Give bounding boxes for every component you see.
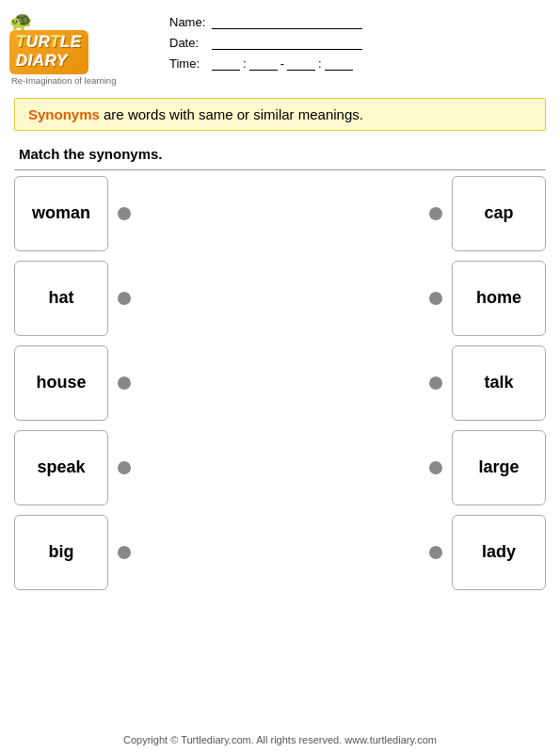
time-seg-4[interactable] — [325, 56, 353, 71]
word-card-hat: hat — [14, 261, 108, 336]
name-input-line[interactable] — [212, 14, 362, 29]
right-group-5: lady — [429, 515, 546, 590]
word-house: house — [36, 373, 86, 393]
time-seg-3[interactable] — [287, 56, 315, 71]
dot-left-3[interactable] — [118, 376, 131, 390]
logo-tagline: Re-Imagination of learning — [9, 75, 116, 86]
dot-right-5[interactable] — [429, 546, 442, 559]
name-fields: Name: Date: Time: : - : — [141, 9, 541, 71]
dot-right-1[interactable] — [429, 207, 442, 220]
word-card-woman: woman — [14, 176, 108, 251]
right-group-4: large — [429, 430, 546, 505]
match-row-3: house talk — [14, 345, 546, 421]
word-talk: talk — [484, 373, 513, 393]
word-large: large — [478, 457, 519, 477]
time-label: Time: — [169, 56, 212, 71]
date-row: Date: — [169, 35, 541, 50]
left-group-5: big — [14, 515, 131, 590]
match-row-2: hat home — [14, 261, 546, 336]
word-card-big: big — [14, 515, 108, 590]
divider — [14, 169, 546, 170]
left-group-4: speak — [14, 430, 131, 505]
right-group-2: home — [429, 261, 546, 336]
banner-text: are words with same or similar meanings. — [104, 106, 363, 122]
synonym-banner: Synonyms are words with same or similar … — [14, 98, 546, 131]
word-card-talk: talk — [452, 345, 546, 421]
match-row-4: speak large — [14, 430, 546, 505]
dot-right-4[interactable] — [429, 461, 442, 474]
match-row-5: big lady — [14, 515, 546, 590]
word-lady: lady — [482, 542, 516, 562]
turtle-icon: 🐢 — [9, 9, 33, 32]
right-group-3: talk — [429, 345, 546, 421]
dot-left-2[interactable] — [118, 292, 131, 305]
logo-badge: TURTLEDIARY — [9, 30, 88, 74]
right-group-1: cap — [429, 176, 546, 251]
footer-text: Copyright © Turtlediary.com. All rights … — [0, 734, 560, 745]
time-seg-1[interactable] — [212, 56, 240, 71]
word-card-house: house — [14, 345, 108, 421]
name-row: Name: — [169, 14, 541, 29]
word-card-large: large — [452, 430, 546, 505]
dot-left-5[interactable] — [118, 546, 131, 559]
synonym-highlight: Synonyms — [28, 106, 100, 122]
date-label: Date: — [169, 36, 212, 50]
match-row-1: woman cap — [14, 176, 546, 251]
dot-left-4[interactable] — [118, 461, 131, 474]
time-row: Time: : - : — [169, 56, 541, 71]
dot-right-3[interactable] — [429, 376, 442, 390]
logo-wrapper: 🐢 TURTLEDIARY Re-Imagination of learning — [9, 9, 141, 86]
time-seg-2[interactable] — [249, 56, 278, 71]
word-speak: speak — [37, 457, 85, 477]
word-card-cap: cap — [452, 176, 546, 251]
dot-left-1[interactable] — [118, 207, 131, 220]
word-card-home: home — [452, 261, 546, 336]
word-big: big — [49, 542, 74, 562]
instruction-text: Match the synonyms. — [0, 138, 560, 166]
word-card-lady: lady — [452, 515, 546, 590]
word-hat: hat — [49, 288, 74, 308]
header: 🐢 TURTLEDIARY Re-Imagination of learning… — [0, 0, 560, 90]
date-input-line[interactable] — [212, 35, 362, 50]
name-label: Name: — [169, 15, 212, 29]
word-home: home — [476, 288, 521, 308]
word-card-speak: speak — [14, 430, 108, 505]
matching-area: woman cap hat home — [0, 176, 560, 590]
dot-right-2[interactable] — [429, 292, 442, 305]
left-group-3: house — [14, 345, 131, 421]
left-group-2: hat — [14, 261, 131, 336]
word-woman: woman — [32, 203, 90, 223]
word-cap: cap — [484, 203, 513, 223]
logo-text: TURTLEDIARY — [16, 33, 82, 70]
left-group-1: woman — [14, 176, 131, 251]
logo-area: 🐢 TURTLEDIARY Re-Imagination of learning — [9, 9, 141, 86]
